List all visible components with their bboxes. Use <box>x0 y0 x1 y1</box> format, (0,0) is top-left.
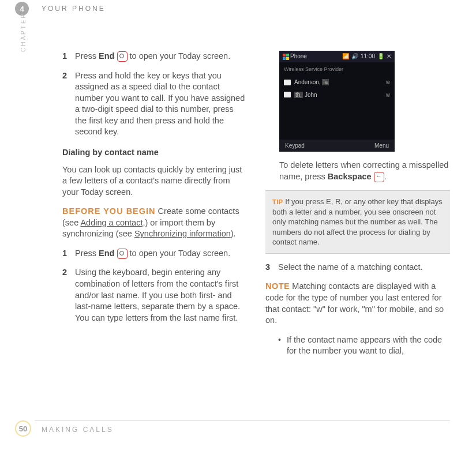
step-body: Press End to open your Today screen. <box>75 51 247 62</box>
ss-contact-highlight: th, <box>294 92 303 98</box>
ss-softkey-left: Keypad <box>285 142 305 150</box>
step-2b: 2 Using the keyboard, begin entering any… <box>62 267 247 324</box>
text: to open your Today screen. <box>128 249 231 258</box>
before-label: BEFORE YOU BEGIN <box>62 206 156 216</box>
step-number: 1 <box>62 51 75 62</box>
tip-box: TIP If you press E, R, or any other key … <box>265 190 450 254</box>
ss-titlebar: Phone 📶 🔊 11:00 🔋 ✕ <box>279 51 395 62</box>
step-number: 3 <box>265 262 278 273</box>
note-paragraph: NOTE Matching contacts are displayed wit… <box>265 281 450 326</box>
chapter-side-label: CHAPTER <box>20 12 27 52</box>
tip-text: If you press E, R, or any other key that… <box>272 197 443 246</box>
before-you-begin: BEFORE YOU BEGIN Create some contacts (s… <box>62 206 247 240</box>
footer-rule <box>35 420 450 421</box>
backspace-label: Backspace <box>328 172 372 181</box>
step-body: Using the keyboard, begin entering any c… <box>75 267 247 324</box>
ss-title: Phone <box>290 52 307 61</box>
ss-contact-name: John <box>303 92 317 98</box>
paragraph: You can look up contacts quickly by ente… <box>62 164 247 198</box>
end-key-label: End <box>99 51 114 61</box>
ss-contact-code: w <box>386 91 390 99</box>
text: to open your Today screen. <box>128 51 231 61</box>
ss-softkey-right: Menu <box>374 142 389 150</box>
delete-letters-text: To delete letters when correcting a miss… <box>279 160 450 182</box>
ss-contact-row: th, John w <box>284 89 390 102</box>
ss-time: 11:00 <box>361 52 375 61</box>
page-number-badge: 50 <box>15 420 31 437</box>
ss-softkeys: Keypad Menu <box>279 140 395 152</box>
text: Press <box>75 249 99 258</box>
text: Press <box>75 51 99 61</box>
step-body: Select the name of a matching contact. <box>278 262 450 273</box>
step-2: 2 Press and hold the key or keys that yo… <box>62 70 247 138</box>
text: . <box>384 172 387 181</box>
close-icon: ✕ <box>387 52 391 61</box>
ss-title-left: Phone <box>283 52 307 61</box>
bullet-item: • If the contact name appears with the c… <box>278 335 450 357</box>
ss-contact-highlight: la <box>322 79 329 85</box>
link-synchronizing[interactable]: Synchronizing information <box>134 229 231 238</box>
step-body: Press and hold the key or keys that you … <box>75 70 247 138</box>
note-label: NOTE <box>265 281 290 291</box>
step-body: Press End to open your Today screen. <box>75 248 247 260</box>
signal-icon: 📶 <box>342 52 349 61</box>
note-text: Matching contacts are displayed with a c… <box>265 281 444 325</box>
phone-screenshot: Phone 📶 🔊 11:00 🔋 ✕ Wireless Service Pro… <box>279 51 395 152</box>
step-number: 2 <box>62 267 75 324</box>
ss-provider: Wireless Service Provider <box>284 66 390 73</box>
backspace-key-icon <box>374 172 384 182</box>
step-1b: 1 Press End to open your Today screen. <box>62 248 247 260</box>
end-key-icon <box>117 249 128 259</box>
bullet-dot-icon: • <box>278 335 281 357</box>
step-number: 1 <box>62 248 75 260</box>
footer-title: MAKING CALLS <box>42 426 114 434</box>
step-3: 3 Select the name of a matching contact. <box>265 262 450 273</box>
right-column: Phone 📶 🔊 11:00 🔋 ✕ Wireless Service Pro… <box>265 51 450 357</box>
bullet-text: If the contact name appears with the cod… <box>287 335 450 357</box>
left-column: 1 Press End to open your Today screen. 2… <box>62 51 247 357</box>
end-key-icon <box>117 51 128 62</box>
contact-icon <box>284 92 291 97</box>
windows-flag-icon <box>283 54 289 60</box>
subheading: Dialing by contact name <box>62 147 247 159</box>
volume-icon: 🔊 <box>351 52 358 61</box>
header-title: YOUR PHONE <box>42 5 106 13</box>
ss-contact-row: Anderson, la w <box>284 76 390 89</box>
text: ). <box>231 229 236 238</box>
contact-icon <box>284 80 291 85</box>
step-1: 1 Press End to open your Today screen. <box>62 51 247 62</box>
end-key-label: End <box>99 249 114 258</box>
step-number: 2 <box>62 70 75 138</box>
tip-label: TIP <box>272 198 283 205</box>
battery-icon: 🔋 <box>377 52 384 61</box>
ss-contact-name: Anderson, <box>294 79 322 85</box>
ss-body: Wireless Service Provider Anderson, la w… <box>279 62 395 104</box>
ss-status-icons: 📶 🔊 11:00 🔋 ✕ <box>342 52 391 61</box>
ss-contact-code: w <box>386 78 390 87</box>
link-adding-contact[interactable]: Adding a contact, <box>80 218 145 227</box>
